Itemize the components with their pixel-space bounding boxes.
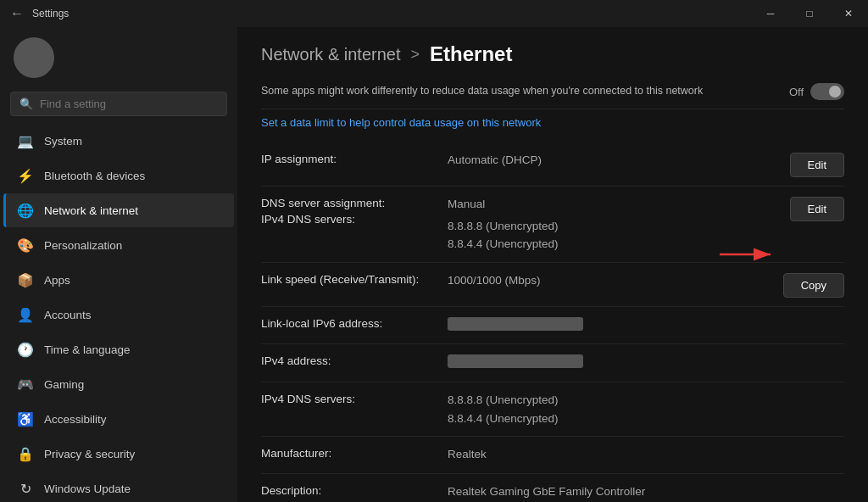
edit-ip-button[interactable]: Edit (790, 153, 844, 177)
sidebar: 🔍 💻 System ⚡ Bluetooth & devices 🌐 Netwo… (0, 27, 237, 502)
search-input[interactable] (40, 98, 218, 110)
sidebar-icon-apps: 📦 (17, 271, 34, 288)
dns-value-main: Manual (448, 195, 768, 214)
info-row-6: Manufacturer: Realtek (261, 437, 844, 474)
toggle-switch[interactable] (810, 83, 844, 100)
value-ip-assignment: Automatic (DHCP) (448, 151, 768, 170)
sidebar-item-network[interactable]: 🌐 Network & internet (3, 193, 234, 227)
search-icon: 🔍 (19, 98, 33, 110)
info-row-4: IPv4 address: (261, 344, 844, 382)
info-row-7: Description: Realtek Gaming GbE Family C… (261, 474, 844, 502)
titlebar-left: ← Settings (10, 6, 69, 21)
data-limit-link[interactable]: Set a data limit to help control data us… (261, 116, 844, 129)
edit-dns-button[interactable]: Edit (790, 197, 844, 221)
dns-label-main: DNS server assignment: (261, 197, 448, 209)
main-content: Network & internet > Ethernet Some apps … (237, 27, 868, 502)
breadcrumb-parent[interactable]: Network & internet (261, 45, 401, 64)
label-2: Link speed (Receive/Transmit): (261, 271, 448, 286)
value-blurred-3 (448, 315, 768, 336)
sidebar-label-update: Windows Update (44, 482, 131, 495)
info-row-3: Link-local IPv6 address: (261, 307, 844, 345)
sidebar-icon-gaming: 🎮 (17, 376, 34, 393)
label-dns-assignment: DNS server assignment: IPv4 DNS servers: (261, 195, 448, 226)
sidebar-label-gaming: Gaming (44, 378, 84, 391)
label-ip-assignment: IP assignment: (261, 151, 448, 165)
content-body: Some apps might work differently to redu… (237, 75, 868, 502)
sidebar-icon-bluetooth: ⚡ (17, 167, 34, 184)
sidebar-item-gaming[interactable]: 🎮 Gaming (3, 367, 234, 401)
value-2: 1000/1000 (Mbps) (448, 271, 768, 290)
dns-label-sub: IPv4 DNS servers: (261, 213, 448, 226)
metered-network-row: Some apps might work differently to redu… (261, 75, 844, 109)
action-none (768, 445, 844, 447)
profile-section (0, 27, 237, 88)
value-7: Realtek Gaming GbE Family Controller (448, 482, 768, 501)
sidebar-item-accessibility[interactable]: ♿ Accessibility (3, 402, 234, 436)
toggle-label: Off (789, 86, 804, 98)
value-blurred-4 (448, 353, 768, 373)
btn-2[interactable]: Copy (783, 273, 844, 298)
sidebar-label-bluetooth: Bluetooth & devices (44, 170, 145, 182)
sidebar-label-time: Time & language (44, 343, 131, 356)
breadcrumb-separator: > (411, 46, 420, 64)
value-6: Realtek (448, 445, 768, 464)
metered-description: Some apps might work differently to redu… (261, 84, 703, 99)
sidebar-icon-personalization: 🎨 (17, 237, 34, 254)
sidebar-item-personalization[interactable]: 🎨 Personalization (3, 228, 234, 262)
close-button[interactable]: ✕ (829, 0, 868, 27)
action-none (768, 482, 844, 484)
sidebar-item-privacy[interactable]: 🔒 Privacy & security (3, 437, 234, 471)
minimize-button[interactable]: ─ (751, 0, 790, 27)
maximize-button[interactable]: □ (790, 0, 829, 27)
info-row-ip-assignment: IP assignment: Automatic (DHCP) Edit (261, 142, 844, 187)
sidebar-label-network: Network & internet (44, 204, 138, 217)
value-dns: Manual 8.8.8.8 (Unencrypted)8.8.4.4 (Une… (448, 195, 768, 254)
back-button[interactable]: ← (10, 6, 24, 21)
search-box[interactable]: 🔍 (10, 92, 227, 116)
info-row-dns-assignment: DNS server assignment: IPv4 DNS servers:… (261, 187, 844, 263)
app-container: 🔍 💻 System ⚡ Bluetooth & devices 🌐 Netwo… (0, 27, 868, 502)
sidebar-label-apps: Apps (44, 274, 70, 287)
sidebar-label-accounts: Accounts (44, 309, 92, 321)
sidebar-icon-network: 🌐 (17, 202, 34, 219)
sidebar-label-privacy: Privacy & security (44, 448, 135, 460)
label-6: Manufacturer: (261, 445, 448, 460)
label-4: IPv4 address: (261, 353, 448, 367)
sidebar-item-time[interactable]: 🕐 Time & language (3, 332, 234, 366)
info-row-5: IPv4 DNS servers: 8.8.8.8 (Unencrypted)8… (261, 382, 844, 437)
action-none (768, 315, 844, 317)
sidebar-label-personalization: Personalization (44, 239, 122, 252)
sidebar-label-system: System (44, 135, 82, 148)
sidebar-label-accessibility: Accessibility (44, 413, 107, 426)
info-section: IP assignment: Automatic (DHCP) Edit DNS… (261, 142, 844, 502)
action-none (768, 353, 844, 354)
action-2: Copy (768, 271, 844, 298)
sidebar-icon-accounts: 👤 (17, 306, 34, 323)
action-dns: Edit (768, 195, 844, 221)
value-5: 8.8.8.8 (Unencrypted)8.8.4.4 (Unencrypte… (448, 391, 768, 427)
metered-toggle[interactable]: Off (789, 83, 844, 100)
label-5: IPv4 DNS servers: (261, 391, 448, 405)
sidebar-item-accounts[interactable]: 👤 Accounts (3, 298, 234, 332)
dns-value-sub: 8.8.8.8 (Unencrypted)8.8.4.4 (Unencrypte… (448, 217, 768, 254)
titlebar: ← Settings ─ □ ✕ (0, 0, 868, 27)
avatar (14, 37, 54, 78)
sidebar-item-update[interactable]: ↻ Windows Update (3, 471, 234, 502)
sidebar-icon-privacy: 🔒 (17, 445, 34, 462)
sidebar-icon-system: 💻 (17, 132, 34, 149)
action-none (768, 391, 844, 393)
action-ip-assignment: Edit (768, 151, 844, 177)
sidebar-icon-accessibility: ♿ (17, 410, 34, 427)
app-title: Settings (32, 8, 69, 20)
sidebar-icon-update: ↻ (17, 480, 34, 497)
label-7: Description: (261, 482, 448, 497)
sidebar-item-apps[interactable]: 📦 Apps (3, 263, 234, 297)
info-row-2: Link speed (Receive/Transmit): 1000/1000… (261, 263, 844, 307)
label-3: Link-local IPv6 address: (261, 315, 448, 330)
sidebar-item-bluetooth[interactable]: ⚡ Bluetooth & devices (3, 159, 234, 192)
sidebar-item-system[interactable]: 💻 System (3, 124, 234, 158)
window-controls: ─ □ ✕ (751, 0, 868, 27)
sidebar-icon-time: 🕐 (17, 341, 34, 358)
page-header: Network & internet > Ethernet (237, 27, 868, 75)
breadcrumb-current: Ethernet (430, 42, 512, 66)
